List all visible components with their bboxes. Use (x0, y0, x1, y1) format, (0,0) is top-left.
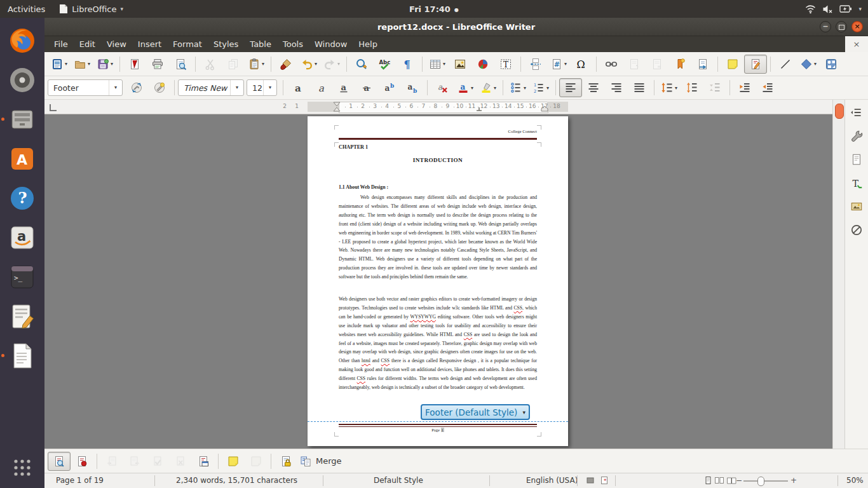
line-spacing-button[interactable]: ▾ (658, 78, 681, 97)
insert-special-character-button[interactable]: Ω (570, 55, 593, 74)
highlighting-color-button[interactable]: ▾ (477, 78, 499, 97)
zoom-slider-track[interactable] (743, 480, 788, 482)
dock-file-manager[interactable] (7, 104, 37, 135)
print-preview-button[interactable] (169, 55, 192, 74)
dropdown-arrow-icon[interactable]: ▾ (471, 85, 473, 91)
superscript-button[interactable]: ab (378, 78, 401, 97)
dock-text-editor[interactable] (7, 301, 37, 332)
paragraph-style-combo[interactable]: Footer▾ (48, 79, 123, 96)
page-number-field[interactable]: 1 (441, 428, 444, 432)
insert-comment-button[interactable] (222, 452, 245, 471)
menu-help[interactable]: Help (353, 36, 383, 52)
export-pdf-button[interactable] (123, 55, 146, 74)
show-draw-functions-button[interactable] (820, 55, 843, 74)
insert-comment-button[interactable] (721, 55, 744, 74)
zoom-level[interactable]: 50% (846, 476, 864, 485)
dock-firefox[interactable] (7, 25, 37, 56)
menu-edit[interactable]: Edit (74, 36, 101, 52)
styles-deck-button[interactable]: T (849, 175, 864, 191)
track-changes-button[interactable] (744, 55, 767, 74)
multi-page-view-button[interactable] (714, 476, 724, 487)
zoom-in-button[interactable]: + (790, 476, 797, 485)
dropdown-arrow-icon[interactable]: ▾ (88, 61, 90, 67)
body-paragraph-2[interactable]: Web designers use both vector and raster… (339, 295, 537, 392)
chevron-down-icon[interactable]: ▾ (263, 80, 276, 95)
activities-button[interactable]: Activities (8, 4, 45, 14)
print-button[interactable] (146, 55, 169, 74)
dropdown-arrow-icon[interactable]: ▾ (564, 61, 567, 67)
gallery-deck-button[interactable] (849, 199, 864, 214)
underline-button[interactable]: a (332, 78, 355, 97)
system-status-icons[interactable]: ▾ (805, 0, 862, 18)
zoom-slider-thumb[interactable] (757, 477, 764, 486)
new-style-button[interactable] (148, 78, 171, 97)
menu-insert[interactable]: Insert (132, 36, 167, 52)
properties-deck-button[interactable] (849, 128, 864, 144)
open-button[interactable]: ▾ (71, 55, 93, 74)
spelling-button[interactable]: Abc (373, 55, 396, 74)
subscript-button[interactable]: ab (401, 78, 424, 97)
insert-line-button[interactable] (774, 55, 797, 74)
menu-tools[interactable]: Tools (277, 36, 309, 52)
maximize-button[interactable] (836, 21, 847, 32)
align-justify-button[interactable] (628, 78, 651, 97)
close-document-button[interactable]: × (845, 36, 868, 52)
dropdown-arrow-icon[interactable]: ▾ (315, 61, 317, 67)
word-count[interactable]: 2,340 words, 15,701 characters (176, 476, 297, 485)
insert-cross-reference-button[interactable] (691, 55, 714, 74)
insert-page-break-button[interactable] (524, 55, 547, 74)
body-paragraph-1[interactable]: Web design encompasses many different sk… (339, 193, 537, 281)
menu-format[interactable]: Format (167, 36, 208, 52)
dock-ubuntu-software[interactable]: A (7, 144, 37, 174)
dropdown-arrow-icon[interactable]: ▾ (546, 85, 549, 91)
menu-file[interactable]: File (48, 36, 74, 52)
close-button[interactable]: × (851, 21, 863, 32)
menu-window[interactable]: Window (309, 36, 353, 52)
increase-paragraph-spacing-button[interactable] (681, 78, 703, 97)
merge-document-button[interactable]: Merge (297, 452, 344, 471)
app-indicator-menu[interactable]: LibreOffice ▾ (59, 4, 123, 14)
dropdown-arrow-icon[interactable]: ▾ (814, 61, 817, 67)
dock-help[interactable]: ? (7, 183, 37, 214)
undo-button[interactable]: ▾ (297, 55, 320, 74)
insert-image-button[interactable] (449, 55, 471, 74)
formatting-marks-button[interactable]: ¶ (396, 55, 419, 74)
dropdown-arrow-icon[interactable]: ▾ (494, 85, 496, 91)
insert-text-box-button[interactable]: T (494, 55, 517, 74)
dock-music-player[interactable] (7, 65, 37, 95)
dock-terminal[interactable]: >_ (7, 262, 37, 292)
document-title[interactable]: INTRODUCTION (308, 157, 568, 163)
horizontal-ruler[interactable]: 21123456789101112131415161718 (44, 100, 868, 114)
update-style-button[interactable] (125, 78, 148, 97)
ordered-list-button[interactable]: 12▾ (529, 78, 552, 97)
dropdown-arrow-icon[interactable]: ▾ (65, 61, 67, 67)
zoom-out-button[interactable]: − (736, 476, 742, 485)
font-size-combo[interactable]: 12▾ (247, 79, 277, 96)
unordered-list-button[interactable]: ▾ (506, 78, 529, 97)
page-footer[interactable]: Page 1 (339, 428, 537, 432)
vertical-scrollbar[interactable] (832, 100, 844, 449)
menu-view[interactable]: View (101, 36, 132, 52)
clone-formatting-button[interactable] (275, 55, 297, 74)
single-page-view-button[interactable] (704, 476, 712, 487)
minimize-button[interactable]: − (820, 21, 831, 32)
insert-field-button[interactable]: #▾ (547, 55, 570, 74)
section-heading[interactable]: 1.1 About Web Design : (339, 184, 388, 190)
menu-styles[interactable]: Styles (208, 36, 244, 52)
page-header[interactable]: College Connect (339, 129, 537, 133)
find-and-replace-button[interactable] (350, 55, 373, 74)
align-left-button[interactable] (559, 78, 582, 97)
italic-button[interactable]: a (309, 78, 332, 97)
sidebar-settings-button[interactable] (849, 105, 864, 120)
decrease-indent-button[interactable] (756, 78, 779, 97)
dock-libreoffice-writer[interactable] (7, 341, 37, 371)
new-document-button[interactable]: ▾ (48, 55, 71, 74)
show-track-changes-button[interactable] (48, 452, 71, 471)
font-name-combo[interactable]: Times New Rom▾ (178, 79, 244, 96)
protect-changes-button[interactable] (275, 452, 297, 471)
save-button[interactable]: ▾ (93, 55, 116, 74)
dropdown-arrow-icon[interactable]: ▾ (111, 61, 113, 67)
insert-bookmark-button[interactable] (668, 55, 691, 74)
chapter-heading[interactable]: CHAPTER 1 (339, 144, 368, 150)
window-title-bar[interactable]: report12.docx - LibreOffice Writer − × (44, 18, 868, 36)
